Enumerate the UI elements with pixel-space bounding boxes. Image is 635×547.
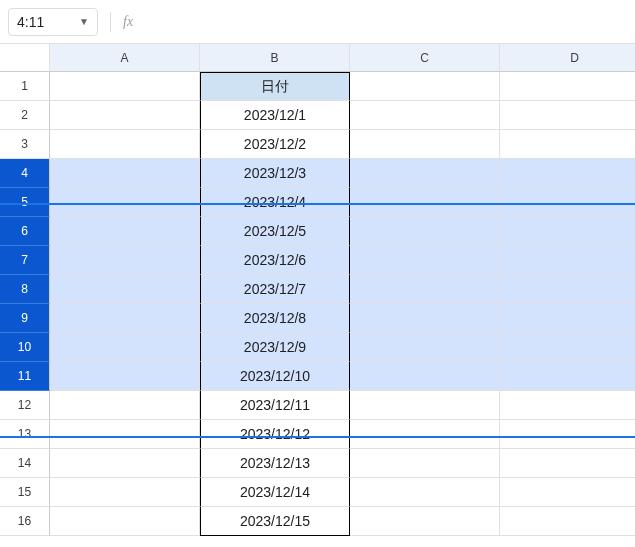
row-header-11[interactable]: 11	[0, 362, 50, 391]
cell-b5[interactable]: 2023/12/4	[200, 188, 350, 217]
cell-c3[interactable]	[350, 130, 500, 159]
cell-b10[interactable]: 2023/12/9	[200, 333, 350, 362]
cell-c16[interactable]	[350, 507, 500, 536]
cell-a8[interactable]	[50, 275, 200, 304]
name-box[interactable]: 4:11 ▼	[8, 8, 98, 36]
cell-a11[interactable]	[50, 362, 200, 391]
spreadsheet-grid[interactable]: ABCD1日付22023/12/132023/12/242023/12/3520…	[0, 44, 635, 536]
row-header-7[interactable]: 7	[0, 246, 50, 275]
cell-b12[interactable]: 2023/12/11	[200, 391, 350, 420]
cell-c15[interactable]	[350, 478, 500, 507]
row-header-14[interactable]: 14	[0, 449, 50, 478]
cell-b3[interactable]: 2023/12/2	[200, 130, 350, 159]
row-header-10[interactable]: 10	[0, 333, 50, 362]
row-header-15[interactable]: 15	[0, 478, 50, 507]
cell-a14[interactable]	[50, 449, 200, 478]
cell-b13[interactable]: 2023/12/12	[200, 420, 350, 449]
cell-d2[interactable]	[500, 101, 635, 130]
cell-a15[interactable]	[50, 478, 200, 507]
cell-c6[interactable]	[350, 217, 500, 246]
cell-d3[interactable]	[500, 130, 635, 159]
cell-b4[interactable]: 2023/12/3	[200, 159, 350, 188]
row-header-9[interactable]: 9	[0, 304, 50, 333]
cell-c4[interactable]	[350, 159, 500, 188]
cell-d9[interactable]	[500, 304, 635, 333]
cell-b16[interactable]: 2023/12/15	[200, 507, 350, 536]
row-header-8[interactable]: 8	[0, 275, 50, 304]
cell-b14[interactable]: 2023/12/13	[200, 449, 350, 478]
cell-a13[interactable]	[50, 420, 200, 449]
cell-c7[interactable]	[350, 246, 500, 275]
cell-c13[interactable]	[350, 420, 500, 449]
row-header-16[interactable]: 16	[0, 507, 50, 536]
cell-d13[interactable]	[500, 420, 635, 449]
fx-icon: fx	[123, 14, 133, 30]
cell-a9[interactable]	[50, 304, 200, 333]
cell-d4[interactable]	[500, 159, 635, 188]
cell-c12[interactable]	[350, 391, 500, 420]
cell-a3[interactable]	[50, 130, 200, 159]
name-box-value: 4:11	[17, 14, 44, 30]
row-header-6[interactable]: 6	[0, 217, 50, 246]
cell-d1[interactable]	[500, 72, 635, 101]
cell-d16[interactable]	[500, 507, 635, 536]
row-header-4[interactable]: 4	[0, 159, 50, 188]
row-header-5[interactable]: 5	[0, 188, 50, 217]
cell-d6[interactable]	[500, 217, 635, 246]
cell-c2[interactable]	[350, 101, 500, 130]
formula-toolbar: 4:11 ▼ fx	[0, 0, 635, 44]
row-header-2[interactable]: 2	[0, 101, 50, 130]
cell-a5[interactable]	[50, 188, 200, 217]
col-header-b[interactable]: B	[200, 44, 350, 72]
row-header-13[interactable]: 13	[0, 420, 50, 449]
cell-c11[interactable]	[350, 362, 500, 391]
cell-d10[interactable]	[500, 333, 635, 362]
divider	[110, 12, 111, 32]
cell-b1[interactable]: 日付	[200, 72, 350, 101]
cell-c8[interactable]	[350, 275, 500, 304]
formula-input[interactable]	[141, 8, 627, 36]
cell-b7[interactable]: 2023/12/6	[200, 246, 350, 275]
cell-b15[interactable]: 2023/12/14	[200, 478, 350, 507]
cell-b11[interactable]: 2023/12/10	[200, 362, 350, 391]
cell-d14[interactable]	[500, 449, 635, 478]
cell-d15[interactable]	[500, 478, 635, 507]
cell-c5[interactable]	[350, 188, 500, 217]
select-all-corner[interactable]	[0, 44, 50, 72]
cell-d12[interactable]	[500, 391, 635, 420]
cell-a2[interactable]	[50, 101, 200, 130]
row-header-3[interactable]: 3	[0, 130, 50, 159]
cell-b2[interactable]: 2023/12/1	[200, 101, 350, 130]
cell-d7[interactable]	[500, 246, 635, 275]
cell-d5[interactable]	[500, 188, 635, 217]
cell-a1[interactable]	[50, 72, 200, 101]
cell-c1[interactable]	[350, 72, 500, 101]
row-header-1[interactable]: 1	[0, 72, 50, 101]
cell-b9[interactable]: 2023/12/8	[200, 304, 350, 333]
col-header-a[interactable]: A	[50, 44, 200, 72]
cell-c10[interactable]	[350, 333, 500, 362]
cell-c9[interactable]	[350, 304, 500, 333]
cell-d8[interactable]	[500, 275, 635, 304]
cell-c14[interactable]	[350, 449, 500, 478]
col-header-d[interactable]: D	[500, 44, 635, 72]
cell-a12[interactable]	[50, 391, 200, 420]
cell-a10[interactable]	[50, 333, 200, 362]
cell-d11[interactable]	[500, 362, 635, 391]
cell-b8[interactable]: 2023/12/7	[200, 275, 350, 304]
cell-a4[interactable]	[50, 159, 200, 188]
col-header-c[interactable]: C	[350, 44, 500, 72]
dropdown-icon[interactable]: ▼	[79, 16, 89, 27]
cell-a6[interactable]	[50, 217, 200, 246]
cell-b6[interactable]: 2023/12/5	[200, 217, 350, 246]
cell-a16[interactable]	[50, 507, 200, 536]
cell-a7[interactable]	[50, 246, 200, 275]
row-header-12[interactable]: 12	[0, 391, 50, 420]
